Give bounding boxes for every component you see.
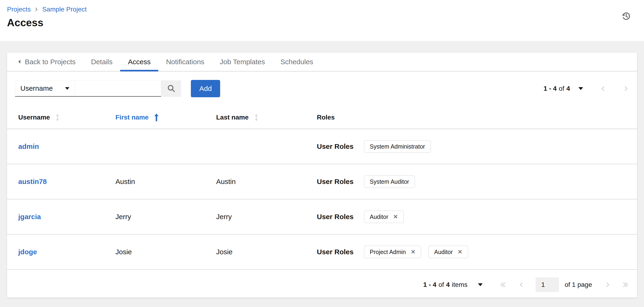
table-body: admin User Roles System Administrator au…: [7, 129, 637, 270]
prev-page-button[interactable]: [600, 85, 606, 92]
main-content: Back to Projects DetailsAccessNotificati…: [0, 41, 644, 307]
username-link[interactable]: admin: [18, 142, 39, 150]
tab-access[interactable]: Access: [120, 53, 158, 71]
first-name-cell: Josie: [116, 248, 216, 256]
breadcrumb-link-projects[interactable]: Projects: [7, 6, 31, 13]
access-card: Back to Projects DetailsAccessNotificati…: [7, 53, 637, 298]
first-name-cell: Jerry: [116, 213, 216, 221]
table-row: austin78 Austin Austin User Roles System…: [7, 164, 637, 199]
username-link[interactable]: austin78: [18, 178, 47, 185]
table-row: jgarcia Jerry Jerry User Roles Auditor ✕: [7, 199, 637, 235]
history-button[interactable]: [621, 11, 631, 21]
username-link[interactable]: jgarcia: [18, 213, 41, 220]
breadcrumb-link-current[interactable]: Sample Project: [42, 6, 87, 13]
page-number-input[interactable]: [536, 277, 559, 292]
table-row: admin User Roles System Administrator: [7, 129, 637, 164]
first-page-button[interactable]: [500, 281, 506, 288]
tabs-list: DetailsAccessNotificationsJob TemplatesS…: [83, 53, 321, 71]
sort-arrows-icon: [55, 114, 60, 121]
app-root: Projects Sample Project Access: [0, 0, 644, 307]
search-icon: [167, 84, 176, 93]
role-chip: Auditor ✕: [428, 246, 468, 258]
last-name-cell: Josie: [216, 248, 317, 256]
chevron-down-icon: [578, 87, 583, 90]
chevron-down-icon: [478, 283, 483, 286]
column-header-last-name[interactable]: Last name: [216, 111, 317, 124]
last-name-cell: Austin: [216, 178, 317, 186]
sort-arrows-icon: [254, 114, 259, 121]
role-chip: Auditor ✕: [364, 210, 404, 223]
role-chip: System Auditor: [364, 175, 415, 188]
tab-job-templates[interactable]: Job Templates: [212, 53, 273, 71]
table-row: jdoge Josie Josie User Roles Project Adm…: [7, 235, 637, 270]
table-header-row: UsernameFirst nameLast nameRoles: [7, 105, 637, 129]
remove-role-icon[interactable]: ✕: [411, 249, 416, 255]
sort-asc-icon: [154, 113, 159, 122]
user-roles-label: User Roles: [317, 178, 354, 186]
toolbar-pagination: 1 - 4 of 4: [544, 85, 629, 92]
first-name-cell: Austin: [116, 178, 216, 186]
role-chip: System Administrator: [364, 140, 431, 153]
tab-back-to-projects[interactable]: Back to Projects: [10, 53, 83, 71]
tab-notifications[interactable]: Notifications: [158, 53, 212, 71]
user-roles-label: User Roles: [317, 213, 354, 221]
caret-left-icon: [18, 58, 21, 66]
page-header: Projects Sample Project Access: [0, 0, 644, 41]
column-header-roles: Roles: [317, 111, 630, 124]
add-button[interactable]: Add: [191, 80, 220, 97]
history-icon: [621, 18, 631, 22]
role-chip: Project Admin ✕: [364, 246, 421, 258]
user-roles-label: User Roles: [317, 248, 354, 256]
column-header-first-name[interactable]: First name: [116, 111, 216, 124]
prev-page-button[interactable]: [518, 281, 524, 288]
last-page-button[interactable]: [622, 281, 629, 288]
chevron-right-icon: [34, 6, 38, 13]
last-name-cell: Jerry: [216, 213, 317, 221]
footer-pagination: 1 - 4 of 4 items of 1 page: [7, 272, 637, 298]
remove-role-icon[interactable]: ✕: [458, 249, 462, 255]
pagination-menu-toggle[interactable]: 1 - 4 of 4: [544, 85, 583, 92]
user-roles-label: User Roles: [317, 142, 354, 150]
next-page-button[interactable]: [605, 281, 611, 288]
column-header-username[interactable]: Username: [18, 111, 116, 124]
page-count-label: of 1 page: [564, 281, 592, 288]
chevron-down-icon: [65, 87, 69, 90]
toolbar: Username Add 1 - 4 of 4: [7, 72, 637, 105]
search-key-select[interactable]: Username: [15, 80, 75, 97]
breadcrumb: Projects Sample Project: [7, 6, 631, 13]
page-title: Access: [7, 17, 631, 29]
search-input[interactable]: [74, 80, 161, 97]
username-link[interactable]: jdoge: [18, 248, 37, 256]
remove-role-icon[interactable]: ✕: [393, 214, 398, 220]
tab-details[interactable]: Details: [83, 53, 120, 71]
next-page-button[interactable]: [623, 85, 629, 92]
tab-schedules[interactable]: Schedules: [272, 53, 321, 71]
search-button[interactable]: [161, 80, 181, 97]
items-per-page-toggle[interactable]: 1 - 4 of 4 items: [423, 281, 483, 288]
tabs-bar: Back to Projects DetailsAccessNotificati…: [7, 53, 637, 72]
